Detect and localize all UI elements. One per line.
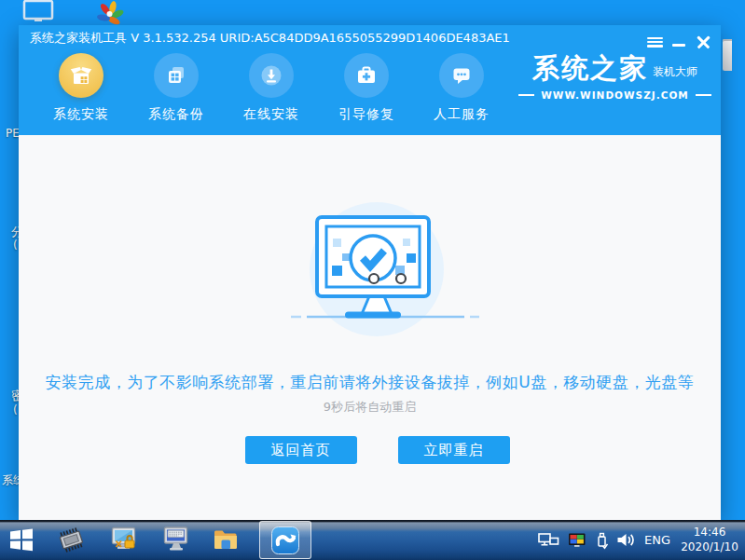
boot-repair-icon [344,53,389,98]
desktop-monitor-icon[interactable] [21,0,58,24]
nav-item-system-install[interactable]: 系统安装 [34,53,129,123]
titlebar[interactable]: 系统之家装机工具 V 3.1.532.254 URID:A5C84DD9A165… [19,25,721,50]
desktop-partial-icon [723,39,732,71]
brand-logo: 系统之家 装机大师 WWW.WINDOWSZJ.COM [515,55,715,101]
window-header: 系统之家装机工具 V 3.1.532.254 URID:A5C84DD9A165… [19,25,721,135]
restart-countdown: 9秒后将自动重启 [19,399,721,416]
clock-time: 14:46 [679,526,740,540]
completion-message: 安装完成，为了不影响系统部署，重启前请将外接设备拔掉，例如U盘，移动硬盘，光盘等 [19,372,721,393]
window-title: 系统之家装机工具 V 3.1.532.254 URID:A5C84DD9A165… [30,30,510,47]
minimize-button[interactable] [667,34,691,50]
install-box-icon [59,53,103,98]
desktop-flower-app-icon[interactable] [94,1,126,27]
display-tool-icon[interactable] [109,525,139,554]
nav-item-support[interactable]: 人工服务 [414,53,509,123]
display-color-icon[interactable] [568,533,586,548]
minimize-icon [672,44,685,47]
online-install-icon [249,53,294,98]
nav-label: 系统备份 [148,106,204,123]
support-chat-icon [439,53,484,98]
dash-decoration [696,94,711,96]
clock-date: 2020/1/10 [679,540,740,555]
back-home-button[interactable]: 返回首页 [245,436,357,464]
system-tray: ENG 14:46 2020/1/10 [538,520,743,560]
brand-site: WWW.WINDOWSZJ.COM [541,89,689,101]
file-explorer-icon[interactable] [211,525,241,554]
network-icon[interactable] [538,532,559,549]
dash-decoration [518,94,534,96]
close-button[interactable] [691,34,715,50]
start-button[interactable] [9,527,34,552]
restart-now-button[interactable]: 立即重启 [398,436,510,464]
memory-chip-icon[interactable] [56,525,86,554]
nav-item-online-install[interactable]: 在线安装 [224,53,319,123]
nav-label: 系统安装 [53,106,109,123]
nav-item-boot-repair[interactable]: 引导修复 [319,53,414,123]
installer-app-icon [270,526,300,555]
nav-label: 人工服务 [434,106,490,123]
clock[interactable]: 14:46 2020/1/10 [679,526,743,554]
brand-name: 系统之家 [532,55,648,82]
volume-icon[interactable] [616,532,636,548]
installer-taskbar-button[interactable] [259,521,311,559]
hamburger-icon [647,37,663,48]
menu-button[interactable] [642,34,667,50]
keyboard-tool-icon[interactable] [161,525,191,554]
taskbar: ENG 14:46 2020/1/10 [0,520,745,560]
desktop: PE 分 ( 密 ( 系统 系统之家装机工具 V 3.1.532.254 URI… [0,0,745,560]
usb-icon[interactable] [595,531,608,550]
desktop-icon-label-fragment: ( [13,239,18,252]
backup-icon [154,53,199,98]
main-nav: 系统安装 系统备份 [34,53,509,123]
installer-window: 系统之家装机工具 V 3.1.532.254 URID:A5C84DD9A165… [19,25,721,520]
desktop-icon-label-fragment: ( [13,403,18,417]
nav-label: 在线安装 [243,106,299,123]
nav-label: 引导修复 [338,106,394,123]
language-indicator[interactable]: ENG [644,533,670,547]
brand-tagline: 装机大师 [653,64,697,82]
monitor-check-illustration [274,198,479,347]
nav-item-system-backup[interactable]: 系统备份 [129,53,224,123]
desktop-icon-label-fragment: PE [6,127,20,140]
close-icon [697,35,711,49]
